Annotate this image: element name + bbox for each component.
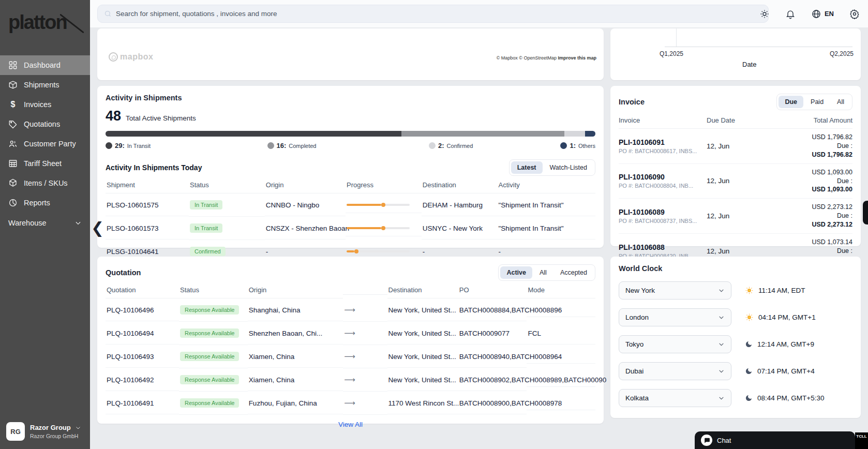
status-badge: Response Available bbox=[180, 352, 239, 361]
city-select-kolkata[interactable]: Kolkata bbox=[619, 389, 731, 407]
origin-cell: Fuzhou, Fujian, China bbox=[248, 393, 343, 414]
x-tick-q2: Q2,2025 bbox=[830, 50, 854, 57]
tab-accepted[interactable]: Accepted bbox=[554, 266, 593, 279]
city-time: 12:14 AM, GMT+9 bbox=[745, 340, 814, 348]
city-select-tokyo[interactable]: Tokyo bbox=[619, 335, 731, 353]
city-select-dubai[interactable]: Dubai bbox=[619, 362, 731, 380]
table-row[interactable]: PLQ-10106494 Response Available Shenzhen… bbox=[106, 322, 595, 345]
table-row[interactable]: PLQ-10106493 Response Available Xiamen, … bbox=[106, 345, 595, 368]
sidebar-item-label: Shipments bbox=[24, 81, 59, 89]
city-time: 11:14 AM, EDT bbox=[745, 286, 805, 295]
status-badge: Response Available bbox=[180, 375, 239, 384]
sidebar-item-warehouse[interactable]: Warehouse bbox=[0, 213, 90, 233]
quotation-id: PLQ-10106492 bbox=[106, 369, 179, 391]
tab-paid[interactable]: Paid bbox=[804, 96, 830, 108]
table-row[interactable]: PLQ-10106496 Response Available Shanghai… bbox=[106, 298, 595, 322]
sidebar-item-quotations[interactable]: Quotations bbox=[0, 114, 90, 134]
sidebar-item-label: Warehouse bbox=[8, 219, 47, 227]
x-axis-label: Date bbox=[742, 61, 756, 68]
right-edge-handle[interactable] bbox=[863, 201, 868, 224]
invoice-due-date: 12, Jun bbox=[707, 212, 764, 220]
sidebar-collapse-handle[interactable]: ❮ bbox=[91, 219, 104, 237]
mode-cell bbox=[527, 350, 595, 364]
tab-active[interactable]: Active bbox=[500, 266, 532, 279]
table-row[interactable]: PLSO-10601575 In Transit CNNBO - Ningbo … bbox=[106, 193, 595, 217]
shipment-status-stacked-bar bbox=[106, 131, 595, 137]
card-title: World Clock bbox=[619, 264, 852, 273]
status-badge: Response Available bbox=[180, 328, 239, 338]
destination-cell: New York, United St... bbox=[387, 346, 458, 368]
table-row[interactable]: PLI-10106090PO #: BATCH0008804, INB... 1… bbox=[619, 164, 852, 199]
global-search[interactable] bbox=[97, 5, 769, 23]
app-logo[interactable]: platton bbox=[0, 0, 90, 39]
city-select-london[interactable]: London bbox=[619, 308, 731, 326]
tab-latest[interactable]: Latest bbox=[511, 161, 543, 174]
mapbox-logo[interactable]: mapbox bbox=[109, 52, 153, 62]
chat-widget[interactable]: Chat bbox=[695, 431, 855, 449]
sidebar-item-items-skus[interactable]: Items / SKUs bbox=[0, 173, 90, 193]
shipments-table-header: Shipment Status Origin Progress Destinat… bbox=[106, 176, 595, 193]
quotation-table-header: Quotation Status Origin Destination PO M… bbox=[106, 281, 595, 298]
theme-toggle-sun-icon[interactable] bbox=[759, 9, 770, 19]
moon-icon bbox=[745, 340, 753, 348]
route-arrow-icon: ⟶ bbox=[343, 368, 387, 392]
sidebar-item-tariff-sheet[interactable]: Tariff Sheet bbox=[0, 154, 90, 173]
origin-cell: Shenzhen Baoan, Chi... bbox=[248, 323, 343, 345]
table-row[interactable]: PLI-10106091PO #: BATCH0008617, INBS... … bbox=[619, 129, 852, 164]
sidebar-item-reports[interactable]: Reports bbox=[0, 193, 90, 213]
settings-gear-icon[interactable] bbox=[849, 9, 860, 19]
tab-all[interactable]: All bbox=[533, 266, 553, 279]
card-title: Invoice bbox=[619, 98, 645, 106]
invoice-due-date: 12, Jun bbox=[707, 142, 764, 150]
bar-segment-in-transit bbox=[106, 131, 401, 137]
x-tick-q1: Q1,2025 bbox=[660, 50, 683, 57]
invoice-due-date: 12, Jun bbox=[707, 177, 764, 185]
progress-bar bbox=[347, 250, 410, 252]
invoice-amounts: USD 1,093.00Due :USD 1,093.00 bbox=[764, 168, 852, 194]
improve-map-link[interactable]: Improve this map bbox=[558, 55, 596, 61]
origin-cell: CNNBO - Ningbo bbox=[265, 194, 346, 216]
sidebar-item-shipments[interactable]: Shipments bbox=[0, 75, 90, 95]
sidebar-item-invoices[interactable]: $ Invoices bbox=[0, 95, 90, 114]
city-select-new-york[interactable]: New York bbox=[619, 281, 731, 300]
legend-dot bbox=[429, 142, 436, 149]
chevron-down-icon bbox=[75, 425, 81, 431]
table-row[interactable]: PLQ-10106492 Response Available Xiamen, … bbox=[106, 368, 595, 392]
invoice-id: PLI-10106090 bbox=[619, 173, 707, 181]
tab-due[interactable]: Due bbox=[779, 96, 803, 108]
origin-cell: Xiamen, China bbox=[248, 346, 343, 368]
total-active-shipments-count: 48 bbox=[106, 108, 121, 124]
chevron-down-icon bbox=[74, 219, 82, 227]
sidebar-item-customer-party[interactable]: Customer Party bbox=[0, 134, 90, 154]
card-title: Quotation bbox=[106, 268, 141, 277]
table-row[interactable]: PLSO-10601573 In Transit CNSZX - Shenzhe… bbox=[106, 217, 595, 240]
sidebar-item-label: Customer Party bbox=[24, 140, 76, 148]
mode-cell bbox=[527, 373, 595, 387]
quotation-view-all-link[interactable]: View All bbox=[106, 415, 595, 430]
status-badge: In Transit bbox=[190, 223, 222, 233]
tab-watch-listed[interactable]: Watch-Listed bbox=[544, 161, 593, 174]
shipment-map-card: mapbox © Mapbox © OpenStreetMap Improve … bbox=[97, 28, 604, 80]
tab-all[interactable]: All bbox=[831, 96, 850, 108]
user-menu[interactable]: RG Razor Group Razor Group GmbH bbox=[0, 416, 90, 449]
total-active-shipments-label: Total Active Shipments bbox=[126, 114, 196, 122]
route-arrow-icon: ⟶ bbox=[343, 298, 387, 322]
destination-cell: 1170 West Rincon St... bbox=[387, 393, 458, 414]
notifications-bell-icon[interactable] bbox=[785, 9, 796, 19]
invoice-po: PO #: BATCH0008804, INB... bbox=[619, 183, 707, 189]
chevron-down-icon bbox=[718, 368, 725, 375]
topbar: EN bbox=[90, 0, 868, 27]
app-logo-text: platton bbox=[8, 11, 67, 33]
chevron-down-icon bbox=[718, 341, 725, 348]
chevron-down-icon bbox=[718, 287, 725, 294]
sidebar-item-dashboard[interactable]: Dashboard bbox=[0, 55, 90, 75]
globe-icon bbox=[811, 9, 821, 19]
language-selector[interactable]: EN bbox=[811, 9, 834, 19]
table-row[interactable]: PLQ-10106491 Response Available Fuzhou, … bbox=[106, 392, 595, 415]
search-input[interactable] bbox=[116, 10, 762, 18]
shipments-today-tabs: Latest Watch-Listed bbox=[509, 159, 595, 176]
legend-item-completed: 16: Completed bbox=[267, 142, 317, 149]
chat-icon bbox=[701, 435, 712, 446]
table-row[interactable]: PLI-10106089PO #: BATCH0008737, INBS... … bbox=[619, 199, 852, 234]
sidebar-item-label: Tariff Sheet bbox=[24, 159, 62, 168]
